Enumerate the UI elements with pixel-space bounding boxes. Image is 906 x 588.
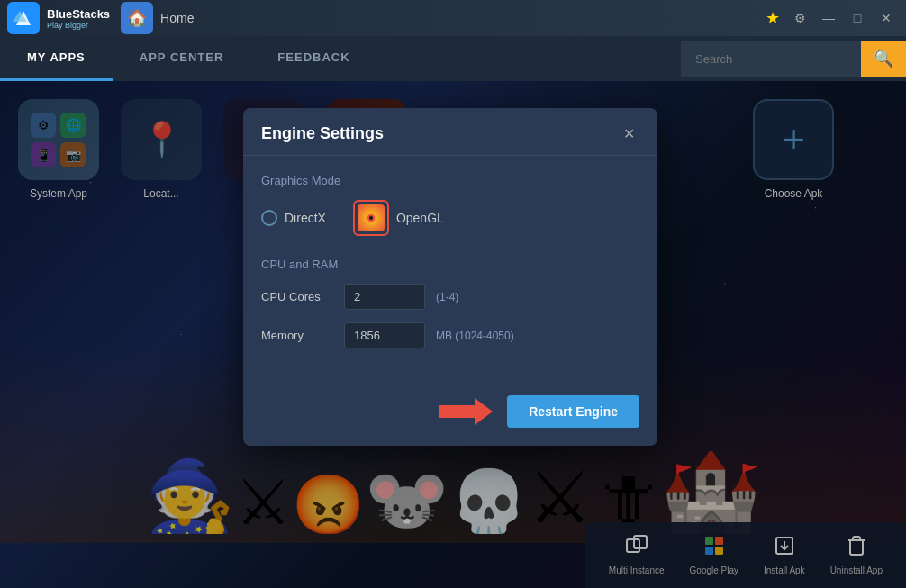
directx-option[interactable]: DirectX (261, 210, 326, 226)
modal-title: Engine Settings (261, 124, 384, 143)
memory-field-name: Memory (261, 329, 333, 342)
svg-marker-6 (439, 398, 493, 425)
nav-bar: MY APPS APP CENTER FEEDBACK 🔍 (0, 36, 906, 81)
tab-my-apps[interactable]: MY APPS (0, 36, 113, 81)
cpu-cores-hint: (1-4) (436, 291, 458, 303)
star-icon: ★ (766, 8, 780, 28)
graphics-mode-row: DirectX (261, 200, 639, 236)
settings-icon[interactable]: ⚙ (787, 5, 812, 31)
modal-overlay: Engine Settings ✕ Graphics Mode DirectX (0, 81, 906, 588)
arrow-container (439, 398, 493, 425)
cpu-cores-input[interactable] (344, 284, 425, 310)
modal-body: Graphics Mode DirectX (243, 156, 657, 384)
modal-header: Engine Settings ✕ (243, 108, 657, 156)
cpu-ram-section: CPU and RAM CPU Cores (1-4) Memory MB (1… (261, 258, 639, 348)
minimize-button[interactable]: — (816, 5, 841, 31)
svg-point-5 (369, 216, 373, 220)
bluestacks-logo (7, 2, 40, 34)
brand-slogan: Play Bigger (47, 21, 110, 30)
memory-row: Memory MB (1024-4050) (261, 322, 639, 348)
close-button[interactable]: ✕ (874, 5, 899, 31)
search-area: 🔍 (681, 36, 906, 81)
arrow-icon (439, 398, 493, 425)
tab-app-center[interactable]: APP CENTER (113, 36, 251, 81)
cpu-cores-field-name: CPU Cores (261, 290, 333, 303)
restart-engine-button[interactable]: Restart Engine (507, 395, 639, 428)
window-icon: 🏠 (121, 2, 153, 34)
opengl-label: OpenGL (396, 211, 444, 225)
title-bar: BlueStacks Play Bigger 🏠 Home ★ ⚙ — □ ✕ (0, 0, 906, 36)
directx-radio[interactable] (261, 210, 277, 226)
window-controls: ★ ⚙ — □ ✕ (766, 5, 899, 31)
opengl-icon-wrapper (353, 200, 389, 236)
opengl-option[interactable]: OpenGL (353, 200, 444, 236)
modal-close-button[interactable]: ✕ (618, 122, 639, 144)
graphics-mode-label: Graphics Mode (261, 174, 639, 187)
brand-name: BlueStacks (47, 7, 110, 21)
maximize-button[interactable]: □ (845, 5, 870, 31)
engine-settings-modal: Engine Settings ✕ Graphics Mode DirectX (243, 108, 657, 446)
directx-label: DirectX (285, 211, 326, 225)
modal-footer: Restart Engine (243, 384, 657, 446)
window-title: Home (160, 11, 194, 25)
cpu-ram-label: CPU and RAM (261, 258, 639, 271)
logo-text: BlueStacks Play Bigger (47, 7, 110, 30)
memory-input[interactable] (344, 322, 425, 348)
opengl-icon (358, 204, 385, 231)
tab-feedback[interactable]: FEEDBACK (250, 36, 376, 81)
cpu-cores-row: CPU Cores (1-4) (261, 284, 639, 310)
search-input[interactable] (681, 41, 861, 77)
search-button[interactable]: 🔍 (861, 41, 906, 77)
main-content: ⚙ 🌐 📱 📷 System App 📍 Locat... 🎮 ⚔ (0, 81, 906, 588)
logo-area: BlueStacks Play Bigger (7, 2, 110, 34)
memory-hint: MB (1024-4050) (436, 330, 514, 342)
